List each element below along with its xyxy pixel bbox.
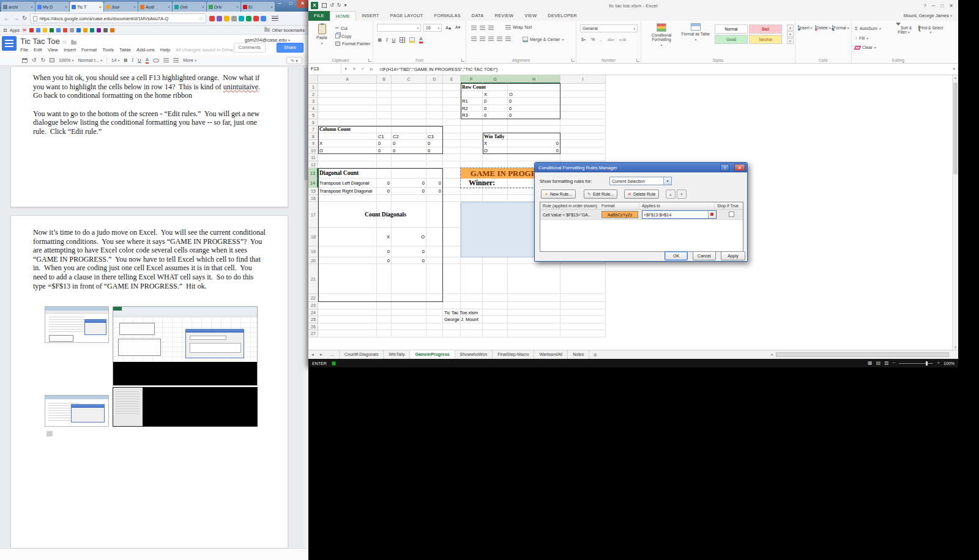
sheet-tab-countif-diagonals[interactable]: Countif-Diagonals (340, 350, 384, 359)
decrease-indent-icon[interactable] (497, 37, 502, 41)
undo-icon[interactable]: ↺ (330, 2, 334, 9)
row-header-19[interactable]: 19 (308, 246, 318, 257)
comments-button[interactable]: Comments (234, 43, 266, 53)
column-header-B[interactable]: B (377, 75, 392, 84)
text-color-button[interactable]: A (146, 57, 149, 64)
merge-center-button[interactable]: Merge & Center▾ (523, 37, 564, 42)
grid-cell-A15[interactable]: Transpose Right Diagonal (318, 188, 377, 195)
embedded-image-1[interactable] (45, 306, 109, 343)
scrollbar-thumb[interactable] (953, 83, 958, 174)
bookmark-favicon[interactable] (110, 28, 114, 32)
row-header-24[interactable]: 24 (308, 309, 318, 317)
range-picker-icon[interactable] (708, 211, 716, 218)
bookmark-star-icon[interactable]: ☆ (198, 15, 203, 21)
underline-button[interactable]: U (392, 37, 395, 43)
forward-icon[interactable]: → (13, 15, 19, 21)
format-cells-button[interactable]: ✎Format ▾ (832, 26, 849, 30)
normal-view-icon[interactable]: ▦ (868, 361, 873, 366)
tab-close-icon[interactable]: × (31, 5, 33, 9)
bookmark-favicon[interactable] (50, 28, 54, 32)
dialog-launcher-icon[interactable] (461, 59, 464, 62)
extension-icon[interactable] (231, 16, 237, 21)
copy-button[interactable]: Copy (335, 34, 351, 39)
grid-cell-C14[interactable]: 0 (392, 179, 426, 188)
grid-cell-D8[interactable]: C3 (426, 133, 443, 141)
column-header-I[interactable]: I (560, 75, 606, 84)
row-header-7[interactable]: 7 (308, 126, 318, 133)
insert-cells-button[interactable]: +Insert ▾ (797, 26, 814, 30)
gallery-up-icon[interactable]: ▴ (787, 24, 794, 31)
sheet-tab-finalstep-macro[interactable]: FinalStep-Macro (493, 350, 534, 359)
ribbon-tab-review[interactable]: REVIEW (489, 11, 519, 21)
italic-button[interactable]: I (386, 37, 388, 43)
grid-cell-D14[interactable]: 0 (426, 179, 443, 188)
sheet-tab-wartsandall[interactable]: WartsandAll (534, 350, 567, 359)
grid-cell-A14[interactable]: Transpose Left Diagonal (318, 179, 377, 188)
extension-icon[interactable] (239, 16, 244, 21)
sheet-prev-icon[interactable]: ◄ (308, 353, 317, 356)
tab-close-icon[interactable]: × (99, 5, 102, 9)
grid-cell-B8[interactable]: C1 (377, 133, 392, 141)
stop-if-true-checkbox[interactable] (729, 212, 734, 217)
tab-close-icon[interactable]: × (133, 5, 136, 9)
row-header-10[interactable]: 10 (308, 147, 318, 155)
grid-cell-G3[interactable]: 0 (483, 98, 508, 105)
bookmark-favicon[interactable] (103, 28, 108, 32)
grid-cell-H3[interactable]: 0 (508, 98, 560, 105)
sort-filter-button[interactable]: Sort & Filter ▾ (891, 26, 917, 34)
undo-icon[interactable]: ↺ (32, 57, 37, 63)
grid-cell-D15[interactable]: 0 (426, 188, 443, 195)
column-header-C[interactable]: C (392, 75, 426, 84)
cell-style-neutral[interactable]: Neutral (749, 35, 782, 44)
row-header-27[interactable]: 27 (308, 330, 318, 337)
cancel-button[interactable]: Cancel (693, 251, 716, 260)
row-header-9[interactable]: 9 (308, 140, 318, 147)
menu-table[interactable]: Table (119, 47, 131, 53)
column-header-F[interactable]: F (461, 75, 483, 84)
bookmark-favicon[interactable] (90, 28, 94, 32)
grid-cell-B19[interactable]: 0 (377, 246, 392, 257)
zoom-select[interactable]: 100% ▾ (59, 57, 73, 63)
shrink-font-button[interactable]: A▾ (455, 25, 460, 30)
reload-icon[interactable]: ↻ (22, 15, 27, 21)
borders-icon[interactable] (400, 37, 405, 43)
column-header-A[interactable]: A (318, 75, 377, 84)
close-icon[interactable]: ✕ (949, 3, 953, 9)
grid-cell-B10[interactable]: 0 (377, 147, 392, 155)
bookmark-favicon[interactable] (43, 28, 47, 32)
move-folder-icon[interactable] (71, 41, 76, 45)
grid-cell-C20[interactable]: 0 (392, 257, 426, 264)
grid-cell-C19[interactable]: 0 (392, 246, 426, 257)
row-header-20[interactable]: 20 (308, 257, 318, 264)
format-painter-button[interactable]: Format Painter (335, 42, 370, 46)
insert-function-button[interactable]: fx (367, 67, 376, 72)
back-icon[interactable]: ← (4, 15, 10, 21)
row-header-4[interactable]: 4 (308, 105, 318, 112)
menu-edit[interactable]: Edit (34, 47, 42, 53)
ribbon-tab-page-layout[interactable]: PAGE LAYOUT (385, 11, 429, 21)
ribbon-tab-data[interactable]: DATA (466, 11, 489, 21)
row-header-18[interactable]: 18 (308, 228, 318, 246)
embedded-image-4[interactable] (113, 387, 258, 427)
percent-button[interactable]: % (591, 37, 595, 42)
row-header-16[interactable]: 16 (308, 195, 318, 202)
select-all-corner[interactable] (308, 75, 318, 84)
cell-style-normal[interactable]: Normal (715, 24, 748, 34)
row-header-15[interactable]: 15 (308, 188, 318, 195)
row-header-2[interactable]: 2 (308, 91, 318, 98)
dialog-launcher-icon[interactable] (368, 59, 371, 62)
cancel-icon[interactable]: ✕ (350, 67, 359, 72)
embedded-image-3[interactable] (45, 395, 109, 427)
enter-icon[interactable]: ✓ (359, 67, 367, 72)
star-icon[interactable]: ☆ (62, 39, 67, 45)
row-header-25[interactable]: 25 (308, 316, 318, 323)
close-icon[interactable]: ✕ (297, 0, 308, 8)
decrease-decimal-icon[interactable]: ↞.00 (619, 38, 626, 42)
tab-split-handle[interactable]: ◄ (770, 353, 773, 356)
row-header-1[interactable]: 1 (308, 84, 318, 91)
bookmark-favicon[interactable] (56, 28, 61, 32)
edit-rule-button[interactable]: ✎Edit Rule... (584, 190, 617, 199)
show-rules-dropdown[interactable]: Current Selection ▼ (609, 177, 672, 185)
align-center-icon[interactable] (480, 37, 485, 41)
save-status[interactable]: All changes saved in Drive (176, 47, 233, 53)
